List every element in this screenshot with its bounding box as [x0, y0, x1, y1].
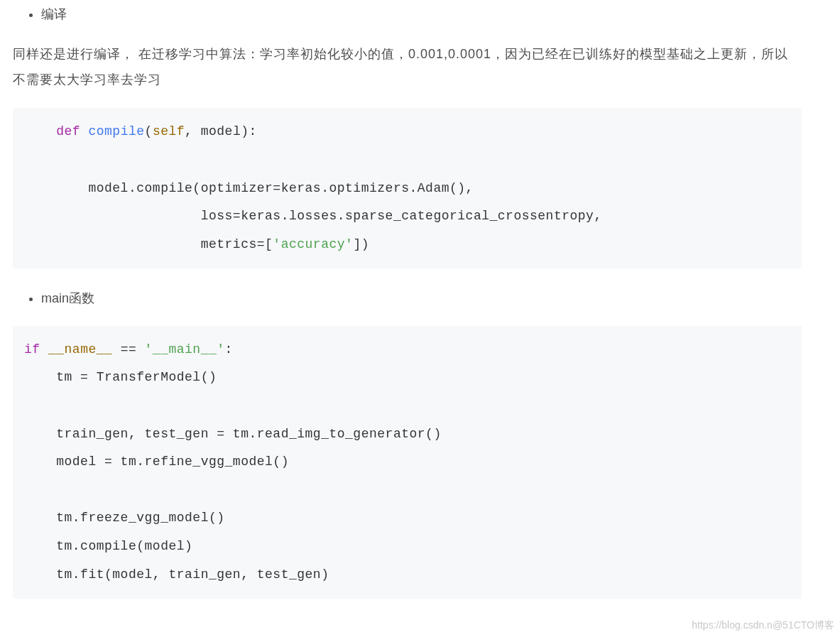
kw-if: if: [24, 342, 40, 356]
code-line: metrics=[: [24, 237, 273, 251]
bullet-main: main函数: [41, 287, 802, 310]
code-line: tm.compile(model): [24, 539, 192, 553]
code-block-compile: def compile(self, model): model.compile(…: [13, 108, 802, 268]
code-line: tm.freeze_vgg_model(): [24, 511, 225, 525]
code-text: :: [225, 342, 233, 356]
code-text: ]): [353, 237, 369, 251]
str-main: '__main__': [145, 342, 225, 356]
fn-compile: compile: [88, 124, 144, 138]
kw-self: self: [153, 124, 185, 138]
code-text: ==: [112, 342, 144, 356]
code-text: , model):: [185, 124, 257, 138]
code-block-main: if __name__ == '__main__': tm = Transfer…: [13, 326, 802, 599]
kw-def: def: [56, 124, 80, 138]
code-line: train_gen, test_gen = tm.read_img_to_gen…: [24, 427, 442, 441]
bullet-compile: 编译: [41, 3, 802, 26]
paragraph-compile-explain: 同样还是进行编译， 在迁移学习中算法：学习率初始化较小的值，0.001,0.00…: [13, 41, 802, 92]
watermark-text: https://blog.csdn.n@51CTO博客: [692, 617, 814, 626]
code-line: model = tm.refine_vgg_model(): [24, 454, 289, 469]
code-line: tm = TransferModel(): [24, 370, 217, 384]
str-accuracy: 'accuracy': [273, 237, 353, 251]
bullet-list-2: main函数: [13, 287, 802, 310]
code-line: loss=keras.losses.sparse_categorical_cro…: [24, 209, 602, 223]
dunder-name: __name__: [48, 342, 112, 356]
code-line: model.compile(optimizer=keras.optimizers…: [24, 181, 474, 195]
code-line: tm.fit(model, train_gen, test_gen): [24, 567, 329, 582]
code-text: (: [145, 124, 153, 138]
bullet-list-1: 编译: [13, 3, 802, 26]
